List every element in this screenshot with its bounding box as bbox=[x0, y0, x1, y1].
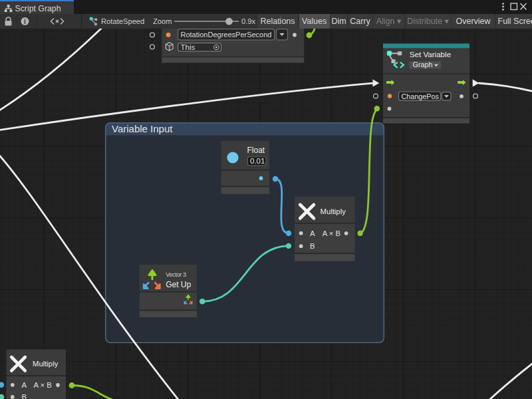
svg-text:Set Variable: Set Variable bbox=[410, 50, 451, 59]
svg-text:Vector 3: Vector 3 bbox=[166, 271, 186, 278]
svg-text:B: B bbox=[22, 393, 27, 399]
svg-text:Multiply: Multiply bbox=[321, 207, 346, 215]
svg-text:A: A bbox=[22, 381, 27, 389]
svg-text:A: A bbox=[310, 229, 315, 237]
svg-text:Get Up: Get Up bbox=[166, 280, 191, 289]
svg-text:RotationDegreesPerSecond: RotationDegreesPerSecond bbox=[181, 31, 272, 39]
svg-text:A × B: A × B bbox=[34, 381, 52, 389]
svg-text:B: B bbox=[310, 242, 315, 250]
svg-text:0.01: 0.01 bbox=[250, 157, 265, 165]
svg-text:Graph: Graph bbox=[413, 61, 433, 68]
svg-text:A × B: A × B bbox=[323, 229, 340, 237]
svg-text:Float: Float bbox=[247, 146, 265, 155]
svg-text:This: This bbox=[181, 43, 196, 51]
svg-text:ChangePos: ChangePos bbox=[402, 92, 440, 100]
svg-text:Multiply: Multiply bbox=[33, 360, 59, 368]
svg-text:Variable Input: Variable Input bbox=[112, 123, 173, 134]
svg-text:i: i bbox=[24, 18, 26, 25]
